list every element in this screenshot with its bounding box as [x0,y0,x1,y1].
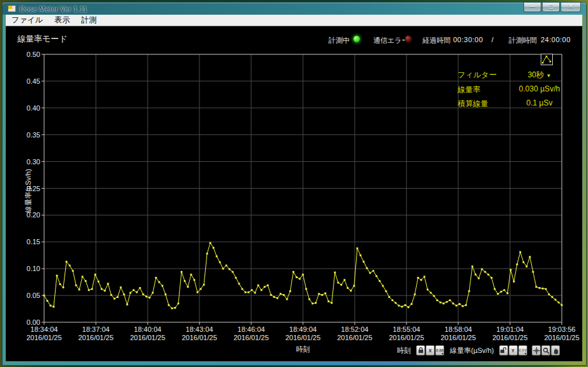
x-tick-label: 18:49:042016/01/25 [274,325,332,342]
filter-dropdown[interactable]: 30秒 ▼ [511,70,568,81]
y-axis-title: 線量率(µSv/h) [24,156,33,226]
legend-plot-icon[interactable] [541,54,553,65]
menu-view[interactable]: 表示 [49,14,75,26]
y-tick-label: 0.35 [13,131,40,139]
x-tick-label: 18:58:042016/01/25 [429,325,487,342]
x-tick-label: 19:03:562016/01/25 [533,325,582,342]
cursor-tool-button[interactable] [532,345,541,355]
maximize-button[interactable]: ▢ [542,3,560,12]
y-tick-label: 0.15 [13,238,40,246]
close-button[interactable]: ✕ [561,3,581,12]
caret-down-icon: ▼ [441,352,444,355]
y-tick-label: 0.40 [13,104,40,112]
app-icon [8,5,16,12]
y-tick-label: 0.10 [13,265,40,272]
x-tick-label: 18:34:042016/01/25 [15,325,73,342]
window-title: Dose Meter Ver 1.11 [20,5,88,13]
x-tick-label: 18:46:042016/01/25 [222,325,280,342]
menu-bar: ファイル 表示 計測 [6,15,582,26]
y-tick-label: 0.50 [13,51,40,58]
x-autoscale-button[interactable]: X [426,345,435,355]
y-scale-name: 線量率(µSv/h) [450,346,494,355]
pan-tool-button[interactable] [551,345,560,355]
x-tick-label: 18:52:042016/01/25 [326,325,383,342]
y-unlock-icon[interactable] [499,345,508,355]
x-tick-label: 18:37:042016/01/25 [67,325,125,342]
magnifier-icon [543,347,550,354]
y-autoscale-button[interactable]: Y [509,345,518,355]
dose-rate-value: 0.030 µSv/h [511,84,568,93]
x-lock-icon[interactable] [416,345,425,355]
x-tick-label: 19:01:042016/01/25 [481,325,539,342]
x-tick-label: 18:40:042016/01/25 [119,325,176,342]
caret-down-icon: ▼ [524,352,527,355]
x-axis-title: 時刻 [274,345,332,354]
y-tick-label: 0.05 [13,292,40,299]
dose-rate-label: 線量率 [458,84,481,95]
x-format-button[interactable]: 8.88▼ [435,345,444,355]
accumulated-dose-value: 0.1 µSv [511,98,568,107]
zoom-tool-button[interactable] [541,345,550,355]
y-format-button[interactable]: Y.YY▼ [518,345,527,355]
minimize-button[interactable]: — [523,3,541,12]
hand-icon [552,347,559,354]
x-tick-label: 18:55:042016/01/25 [378,325,435,342]
menu-measure[interactable]: 計測 [75,14,102,26]
x-tick-label: 18:43:042016/01/25 [171,325,228,342]
crosshair-icon [533,347,540,354]
x-scale-name: 時刻 [397,346,411,355]
main-content: 線量率モード 計測中 通信エラー 経過時間 00:30:00 / 計測時間 24… [6,26,582,361]
accumulated-dose-label: 積算線量 [458,98,488,109]
menu-file[interactable]: ファイル [6,14,49,26]
titlebar[interactable]: Dose Meter Ver 1.11 — ▢ ✕ [3,3,586,15]
filter-label: フィルター [458,70,497,81]
chevron-down-icon: ▼ [546,73,551,79]
y-tick-label: 0.45 [13,77,40,85]
app-window: Dose Meter Ver 1.11 — ▢ ✕ ファイル 表示 計測 線量率… [2,2,587,366]
